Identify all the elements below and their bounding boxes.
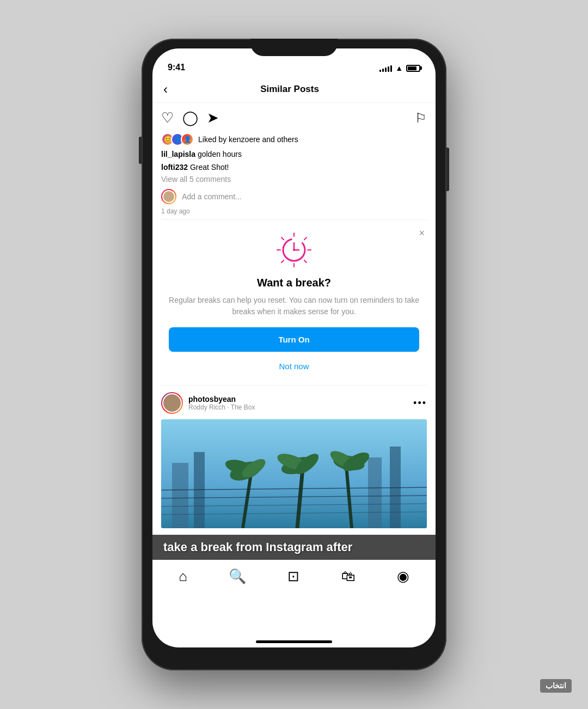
- caption-text: take a break from Instagram after: [163, 540, 352, 554]
- post-header: photosbyean Roddy Ricch · The Box •••: [161, 392, 427, 414]
- search-nav-icon[interactable]: 🔍: [229, 568, 246, 585]
- watermark: انتخاب: [540, 679, 572, 693]
- comments-section: lil_lapisla golden hours lofti232 Great …: [152, 149, 436, 207]
- clock-container: [275, 231, 313, 269]
- nav-header: ‹ Similar Posts: [152, 76, 436, 103]
- nav-title: Similar Posts: [260, 84, 319, 95]
- user-avatar-inner: [162, 190, 175, 203]
- reels-nav-icon[interactable]: ⊡: [287, 568, 299, 585]
- add-comment-placeholder[interactable]: Add a comment...: [182, 192, 242, 201]
- phone-screen: 9:41 ▲ ‹ Sim: [152, 48, 436, 647]
- post-image: [161, 419, 427, 528]
- outer-wrapper: 9:41 ▲ ‹ Sim: [0, 0, 588, 709]
- not-now-button[interactable]: Not now: [275, 358, 312, 374]
- home-nav-icon[interactable]: ⌂: [179, 568, 187, 585]
- svg-point-11: [293, 249, 295, 251]
- scroll-content: ♡ ◯ ➤ ⚐ 😊 👤: [152, 103, 436, 647]
- svg-line-7: [281, 260, 284, 262]
- status-time: 9:41: [168, 63, 185, 72]
- signal-bar-3: [385, 68, 387, 72]
- add-comment-row: Add a comment...: [161, 189, 427, 204]
- comment-1-username: lil_lapisla: [161, 150, 195, 158]
- comment-icon[interactable]: ◯: [182, 109, 198, 126]
- signal-bar-1: [379, 70, 381, 72]
- status-icons: ▲: [379, 64, 420, 72]
- close-button[interactable]: ×: [419, 228, 425, 239]
- user-avatar: [161, 189, 176, 204]
- notch: [250, 39, 338, 56]
- svg-rect-13: [172, 463, 188, 528]
- more-options-button[interactable]: •••: [413, 398, 427, 409]
- post-subtitle: Roddy Ricch · The Box: [188, 404, 255, 411]
- comment-1-text: golden hours: [198, 150, 242, 158]
- comment-2-username: lofti232: [161, 163, 188, 172]
- avatar-group: 😊 👤 👤: [161, 133, 194, 146]
- break-title: Want a break?: [169, 277, 419, 289]
- battery-icon: [406, 65, 420, 72]
- comment-1: lil_lapisla golden hours: [161, 149, 427, 160]
- home-bar: [256, 640, 332, 643]
- like-icon[interactable]: ♡: [161, 109, 174, 126]
- liked-text: Liked by kenzoere and others: [198, 135, 298, 144]
- break-description: Regular breaks can help you reset. You c…: [169, 295, 419, 317]
- svg-line-5: [304, 260, 307, 262]
- shop-nav-icon[interactable]: 🛍: [341, 568, 356, 585]
- post-timestamp: 1 day ago: [152, 207, 436, 215]
- profile-nav-icon[interactable]: ◉: [397, 568, 409, 585]
- break-reminder-card: ×: [152, 220, 436, 385]
- svg-line-6: [304, 237, 307, 240]
- post-image-svg: [161, 419, 427, 528]
- post-avatar-inner: [162, 393, 182, 413]
- post-username: photosbyean: [188, 395, 255, 404]
- comment-2: lofti232 Great Shot!: [161, 162, 427, 173]
- battery-fill: [408, 66, 416, 70]
- signal-bar-5: [390, 65, 392, 72]
- avatar-3: 👤: [181, 133, 194, 146]
- signal-bar-4: [388, 66, 389, 72]
- back-button[interactable]: ‹: [163, 82, 168, 97]
- post-user-text: photosbyean Roddy Ricch · The Box: [188, 395, 255, 411]
- liked-section: 😊 👤 👤 Liked by kenzoere and others: [152, 133, 436, 149]
- comment-2-text: Great Shot!: [190, 163, 229, 172]
- svg-line-4: [281, 237, 284, 240]
- action-icons-row: ♡ ◯ ➤ ⚐: [152, 103, 436, 133]
- share-icon[interactable]: ➤: [207, 109, 219, 126]
- clock-rays-icon: [275, 231, 313, 269]
- svg-rect-15: [368, 457, 382, 528]
- post-user-info: photosbyean Roddy Ricch · The Box: [161, 392, 255, 414]
- turn-on-button[interactable]: Turn On: [169, 327, 419, 352]
- bookmark-icon[interactable]: ⚐: [415, 111, 427, 126]
- left-action-icons: ♡ ◯ ➤: [161, 109, 219, 126]
- post-avatar: [161, 392, 183, 414]
- phone-shell: 9:41 ▲ ‹ Sim: [142, 39, 446, 670]
- next-post-section: photosbyean Roddy Ricch · The Box •••: [152, 386, 436, 535]
- signal-bar-2: [382, 69, 384, 72]
- view-comments-link[interactable]: View all 5 comments: [161, 175, 427, 184]
- signal-bars-icon: [379, 64, 392, 72]
- caption-bar: take a break from Instagram after: [152, 535, 436, 560]
- bottom-nav: ⌂ 🔍 ⊡ 🛍 ◉: [152, 560, 436, 598]
- wifi-icon: ▲: [395, 64, 403, 72]
